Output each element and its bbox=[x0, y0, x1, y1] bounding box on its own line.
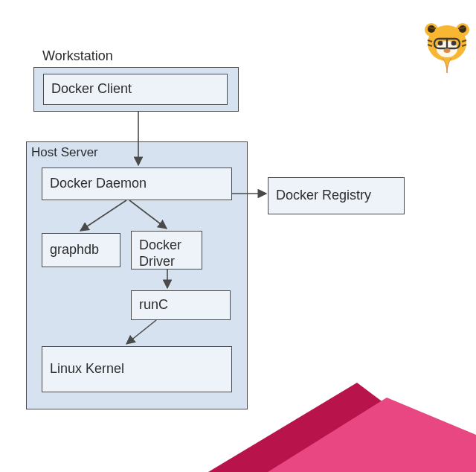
docker-driver-box: Docker Driver bbox=[131, 231, 202, 270]
host-server-box: Host Server Docker Daemon graphdb Docker… bbox=[26, 141, 248, 409]
svg-point-8 bbox=[438, 41, 443, 46]
docker-registry-box: Docker Registry bbox=[268, 177, 405, 214]
docker-registry-label: Docker Registry bbox=[276, 188, 371, 204]
graphdb-label: graphdb bbox=[50, 242, 99, 258]
linux-kernel-label: Linux Kernel bbox=[50, 361, 124, 377]
svg-point-10 bbox=[444, 48, 451, 53]
docker-client-box: Docker Client bbox=[43, 74, 228, 105]
host-server-label: Host Server bbox=[31, 145, 98, 160]
runc-box: runC bbox=[131, 290, 231, 320]
mascot-logo bbox=[424, 22, 470, 74]
docker-client-label: Docker Client bbox=[51, 81, 132, 98]
runc-label: runC bbox=[139, 297, 168, 313]
docker-daemon-label: Docker Daemon bbox=[50, 176, 147, 192]
graphdb-box: graphdb bbox=[42, 233, 120, 267]
docker-driver-label: Docker Driver bbox=[139, 237, 181, 263]
workstation-box: Docker Client bbox=[33, 67, 239, 112]
linux-kernel-box: Linux Kernel bbox=[42, 346, 232, 392]
svg-marker-18 bbox=[268, 398, 476, 472]
workstation-label: Workstation bbox=[42, 48, 113, 64]
docker-daemon-box: Docker Daemon bbox=[42, 168, 232, 200]
svg-marker-17 bbox=[208, 383, 476, 472]
diagram-stage: Workstation Docker Client Host Server Do… bbox=[0, 0, 476, 472]
svg-point-9 bbox=[451, 41, 457, 46]
